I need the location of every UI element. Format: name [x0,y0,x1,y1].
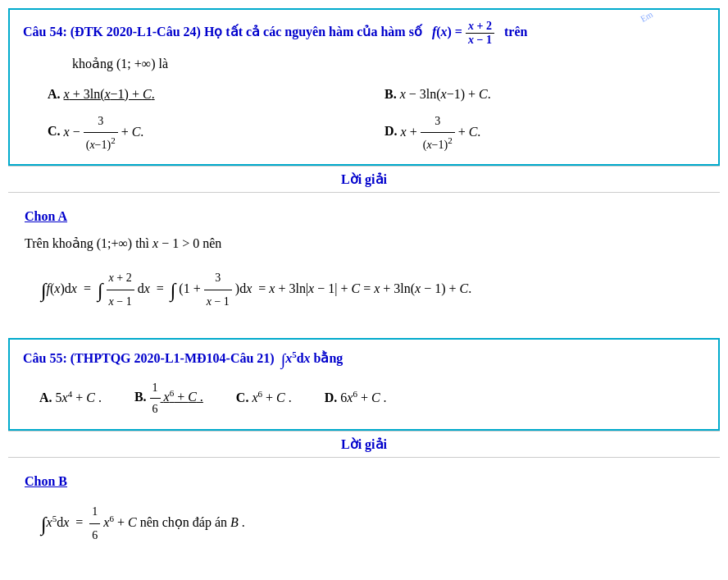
q54-options: A. x + 3ln(x−1) + C. B. x − 3ln(x−1) + C… [48,83,705,155]
q54-option-c[interactable]: C. x − 3 (x−1)2 + C. [48,111,368,154]
q55-option-d[interactable]: D. 6x6 + C . [325,386,387,410]
question-54: Em Câu 54: (ĐTK 2020-L1-Câu 24) Họ tất c… [8,8,720,166]
q55-option-c[interactable]: C. x6 + C . [236,386,292,410]
q54-header: Câu 54: (ĐTK 2020-L1-Câu 24) Họ tất cả c… [23,20,705,47]
q54-chon: Chon A [25,209,703,224]
q54-solution-text: Trên khoảng (1;+∞) thì x − 1 > 0 nên [25,232,703,254]
q54-option-a[interactable]: A. x + 3ln(x−1) + C. [48,83,368,107]
q55-option-b[interactable]: B. 1 6 x6 + C . [134,377,203,419]
q55-options: A. 5x4 + C . B. 1 6 x6 + C . C. x6 + C .… [39,377,705,419]
q54-loi-giai-bar: Lời giải [8,166,720,193]
q55-math-display: ∫x5dx = 1 6 x6 + C nên chọn đáp án B . [41,500,703,547]
q55-loi-giai-bar: Lời giải [8,431,720,458]
q55-loi-giai-label: Lời giải [341,437,387,451]
q55-integral: ∫x5dx bằng [278,351,344,365]
q55-solution: Chon B ∫x5dx = 1 6 x6 + C nên chọn đáp á… [8,466,720,572]
q55-label: Câu 55: (THPTQG 2020-L1-MĐ104-Câu 21) [23,351,275,365]
q55-option-a[interactable]: A. 5x4 + C . [39,386,102,410]
q54-loi-giai-label: Lời giải [341,172,387,186]
q54-problem-text: Họ tất cả các nguyên hàm của hàm số f(x)… [204,25,528,39]
question-55: Câu 55: (THPTQG 2020-L1-MĐ104-Câu 21) ∫x… [8,338,720,432]
q54-solution: Chon A Trên khoảng (1;+∞) thì x − 1 > 0 … [8,201,720,337]
q54-math-display: ∫f(x)dx = ∫ x + 2 x − 1 dx = ∫ (1 + 3 x … [41,267,703,313]
q55-chon: Chon B [25,474,703,489]
q54-fraction: x + 2 x − 1 [466,20,494,47]
q54-option-d[interactable]: D. x + 3 (x−1)2 + C. [384,111,705,154]
q54-option-b[interactable]: B. x − 3ln(x−1) + C. [384,83,705,107]
q54-label: Câu 54: (ĐTK 2020-L1-Câu 24) [23,25,201,39]
q55-header: Câu 55: (THPTQG 2020-L1-MĐ104-Câu 21) ∫x… [23,349,705,369]
q54-body: khoảng (1; +∞) là A. x + 3ln(x−1) + C. B… [23,53,705,154]
q54-domain: khoảng (1; +∞) là [72,53,168,75]
